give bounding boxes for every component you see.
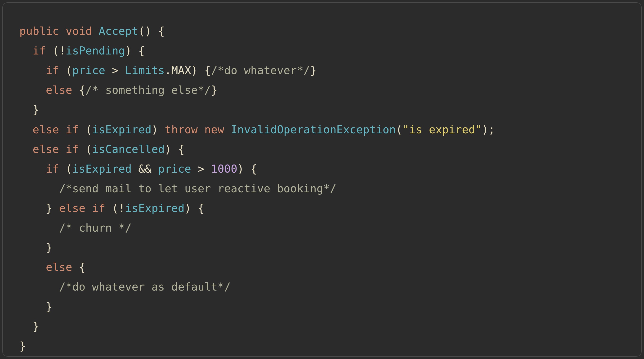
token-keyword: if xyxy=(33,44,46,57)
token-punc: ( xyxy=(59,64,72,77)
token-keyword: if xyxy=(46,162,59,175)
token-punc xyxy=(59,25,66,38)
code-content: public void Accept() { if (!isPending) {… xyxy=(20,25,495,352)
token-punc xyxy=(198,123,204,136)
token-comment: /* churn */ xyxy=(59,222,132,234)
token-punc: ( xyxy=(396,123,402,136)
token-punc: ) xyxy=(152,123,165,136)
token-ident: Limits xyxy=(125,64,164,77)
token-str: "is expired" xyxy=(402,123,482,136)
token-punc: } xyxy=(33,103,39,116)
token-comment: /*send mail to let user reactive booking… xyxy=(59,182,336,195)
token-punc: } xyxy=(46,300,52,313)
token-keyword: if xyxy=(92,202,105,214)
code-line: } xyxy=(20,103,39,116)
token-punc: } xyxy=(33,320,39,333)
token-ident: isExpired xyxy=(72,162,132,175)
token-punc: && xyxy=(132,162,158,175)
code-line: else if (isCancelled) { xyxy=(20,143,184,156)
token-punc: { xyxy=(72,84,86,96)
token-keyword: if xyxy=(46,64,59,77)
token-punc: } xyxy=(46,202,59,214)
token-punc: ( xyxy=(59,162,72,175)
token-num: 1000 xyxy=(211,162,238,175)
code-line: } xyxy=(20,340,26,352)
code-line: public void Accept() { xyxy=(20,25,165,38)
token-punc xyxy=(224,123,231,136)
token-keyword: throw xyxy=(165,123,198,136)
token-class: InvalidOperationException xyxy=(231,123,396,136)
token-punc: ) { xyxy=(191,64,211,77)
token-comment: /* something else*/ xyxy=(86,84,211,96)
code-line: } xyxy=(20,320,39,333)
code-line: else if (isExpired) throw new InvalidOpe… xyxy=(20,123,495,136)
code-line: else { xyxy=(20,261,86,274)
token-ident: price xyxy=(158,162,191,175)
token-comment: /*do whatever as default*/ xyxy=(59,280,230,293)
token-punc: { xyxy=(72,261,86,274)
token-keyword: new xyxy=(204,123,224,136)
token-ident: price xyxy=(72,64,105,77)
token-punc: (! xyxy=(105,202,125,214)
token-punc: ) { xyxy=(125,44,145,57)
token-prop: MAX xyxy=(172,64,191,77)
token-ident: isPending xyxy=(66,44,125,57)
token-keyword: else xyxy=(33,123,59,136)
token-punc: ( xyxy=(79,123,92,136)
token-punc: () { xyxy=(138,25,165,38)
token-punc xyxy=(92,25,99,38)
token-keyword: void xyxy=(66,25,92,38)
code-line: else {/* something else*/} xyxy=(20,84,218,96)
token-punc: . xyxy=(165,64,172,77)
token-punc: } xyxy=(310,64,316,77)
token-keyword: else xyxy=(46,261,72,274)
token-punc: (! xyxy=(46,44,66,57)
code-line: } xyxy=(20,300,52,313)
token-ident: isExpired xyxy=(92,123,152,136)
token-punc: } xyxy=(211,84,218,96)
token-punc: ); xyxy=(482,123,495,136)
token-punc: ) { xyxy=(238,162,257,175)
code-line: if (price > Limits.MAX) {/*do whatever*/… xyxy=(20,64,316,77)
token-comment: /*do whatever*/ xyxy=(211,64,310,77)
token-keyword: else xyxy=(33,143,59,156)
token-keyword: if xyxy=(66,123,79,136)
code-line: } xyxy=(20,241,52,254)
token-punc: > xyxy=(105,64,125,77)
token-keyword: else xyxy=(59,202,86,214)
token-punc xyxy=(86,202,92,214)
token-ident: isExpired xyxy=(125,202,184,214)
token-punc: > xyxy=(191,162,211,175)
code-line: /*do whatever as default*/ xyxy=(20,280,231,293)
token-keyword: else xyxy=(46,84,72,96)
token-func: Accept xyxy=(99,25,138,38)
code-line: /*send mail to let user reactive booking… xyxy=(20,182,336,195)
code-line: } else if (!isExpired) { xyxy=(20,202,204,214)
token-punc: } xyxy=(20,340,26,352)
token-keyword: if xyxy=(66,143,79,156)
token-ident: isCancelled xyxy=(92,143,165,156)
token-keyword: public xyxy=(20,25,59,38)
token-punc xyxy=(59,123,66,136)
code-line: if (isExpired && price > 1000) { xyxy=(20,162,257,175)
token-punc: ( xyxy=(79,143,92,156)
token-punc xyxy=(59,143,66,156)
token-punc: ) { xyxy=(165,143,185,156)
code-line: if (!isPending) { xyxy=(20,44,145,57)
token-punc: ) { xyxy=(184,202,204,214)
token-punc: } xyxy=(46,241,52,254)
code-block: public void Accept() { if (!isPending) {… xyxy=(2,2,642,357)
code-line: /* churn */ xyxy=(20,222,132,234)
